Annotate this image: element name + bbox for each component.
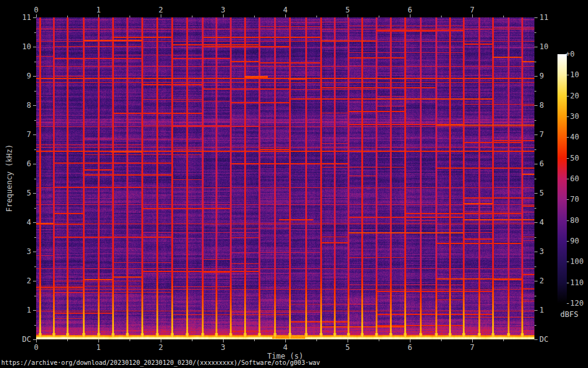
x-tick-label-bottom: 3 [211, 343, 235, 352]
x-minor-tick-top [503, 16, 504, 17]
y-tick-label-right: 10 [539, 42, 568, 51]
y-tick-right [534, 76, 538, 77]
x-tick-bottom [410, 339, 410, 342]
x-tick-label-top: 7 [460, 6, 485, 14]
colorbar-tick-label: -80 [566, 216, 579, 225]
x-tick-top [285, 14, 286, 17]
x-tick-label-bottom: 6 [397, 343, 422, 352]
x-tick-label-top: 2 [148, 6, 173, 14]
colorbar-unit-label: dBFS [556, 310, 582, 319]
x-minor-tick-top [192, 16, 192, 17]
y-tick-label-left: 2 [2, 276, 31, 285]
x-tick-bottom [161, 339, 161, 342]
colorbar-tick-label: +0 [566, 50, 574, 59]
y-minor-tick-right [534, 325, 536, 326]
y-tick-left [33, 134, 36, 135]
spectrogram-canvas [36, 17, 534, 339]
y-minor-tick-right [534, 32, 536, 33]
x-tick-label-top: 4 [273, 6, 298, 14]
y-tick-left [33, 164, 36, 164]
y-minor-tick-left [34, 149, 36, 150]
x-tick-top [98, 14, 99, 17]
x-tick-bottom [223, 339, 224, 342]
y-minor-tick-left [34, 237, 36, 238]
x-tick-label-bottom: 5 [335, 343, 360, 352]
x-tick-bottom [98, 339, 99, 342]
x-tick-label-top: 1 [86, 6, 111, 14]
y-tick-label-right: DC [539, 335, 568, 344]
y-tick-left [33, 222, 36, 223]
x-tick-label-bottom: 7 [460, 343, 485, 352]
y-tick-right [534, 339, 538, 340]
x-minor-tick-bottom [67, 339, 68, 341]
x-tick-label-bottom: 2 [148, 343, 173, 352]
y-tick-right [534, 17, 538, 18]
x-minor-tick-top [316, 16, 317, 17]
y-tick-right [534, 310, 538, 311]
y-tick-left [33, 310, 36, 311]
y-tick-right [534, 281, 538, 281]
x-tick-label-top: 3 [211, 6, 235, 14]
colorbar-tick-label: -20 [566, 92, 579, 100]
y-tick-label-left: DC [2, 335, 31, 344]
y-tick-label-left: 11 [2, 13, 31, 22]
x-tick-label-bottom: 1 [86, 343, 111, 352]
x-tick-bottom [348, 339, 348, 342]
y-minor-tick-left [34, 296, 36, 296]
x-tick-top [472, 14, 473, 17]
x-tick-label-top: 5 [335, 6, 360, 14]
x-tick-top [223, 14, 224, 17]
y-minor-tick-left [34, 208, 36, 209]
y-minor-tick-left [34, 32, 36, 33]
y-tick-right [534, 222, 538, 223]
x-minor-tick-top [379, 16, 379, 17]
spectrogram-window: Frequency (kHz) 001122334455667711111010… [0, 0, 588, 368]
y-tick-label-left: 5 [2, 189, 31, 197]
y-tick-label-left: 4 [2, 218, 31, 227]
y-tick-right [534, 134, 538, 135]
x-minor-tick-bottom [316, 339, 317, 341]
y-tick-label-left: 3 [2, 247, 31, 256]
y-tick-right [534, 252, 538, 252]
x-minor-tick-bottom [503, 339, 504, 341]
y-minor-tick-left [34, 267, 36, 267]
colorbar-tick-label: -60 [566, 174, 579, 183]
y-tick-right [534, 47, 538, 47]
x-tick-bottom [472, 339, 473, 342]
y-minor-tick-right [534, 237, 536, 238]
x-minor-tick-bottom [379, 339, 379, 341]
y-tick-left [33, 105, 36, 106]
y-tick-label-left: 6 [2, 159, 31, 168]
x-minor-tick-top [441, 16, 442, 17]
freq-axis-title: Frequency (kHz) [5, 144, 14, 212]
y-minor-tick-right [534, 149, 536, 150]
y-minor-tick-right [534, 267, 536, 267]
y-tick-label-left: 7 [2, 130, 31, 139]
source-url-caption: https://archive·org/download/20230120_20… [1, 359, 320, 367]
x-tick-top [161, 14, 161, 17]
y-tick-left [33, 76, 36, 77]
colorbar-tick-label: -120 [566, 299, 584, 308]
colorbar-tick-label: -40 [566, 133, 579, 141]
colorbar-tick-label: -10 [566, 70, 579, 79]
y-tick-left [33, 17, 36, 18]
y-tick-right [534, 105, 538, 106]
colorbar-tick-label: -70 [566, 195, 579, 204]
y-tick-left [33, 47, 36, 47]
colorbar-tick-label: -110 [566, 278, 584, 287]
y-tick-left [33, 281, 36, 281]
x-minor-tick-bottom [441, 339, 442, 341]
y-minor-tick-left [34, 325, 36, 326]
colorbar-tick-label: -30 [566, 112, 579, 121]
y-tick-label-left: 8 [2, 101, 31, 110]
colorbar-tick-label: -50 [566, 154, 579, 163]
y-tick-label-right: 11 [539, 13, 568, 22]
y-tick-label-left: 10 [2, 42, 31, 51]
x-minor-tick-bottom [192, 339, 192, 341]
y-tick-right [534, 164, 538, 164]
x-tick-label-bottom: 4 [273, 343, 298, 352]
x-minor-tick-top [254, 16, 255, 17]
y-tick-label-left: 1 [2, 306, 31, 314]
x-tick-top [410, 14, 410, 17]
y-tick-left [33, 193, 36, 194]
